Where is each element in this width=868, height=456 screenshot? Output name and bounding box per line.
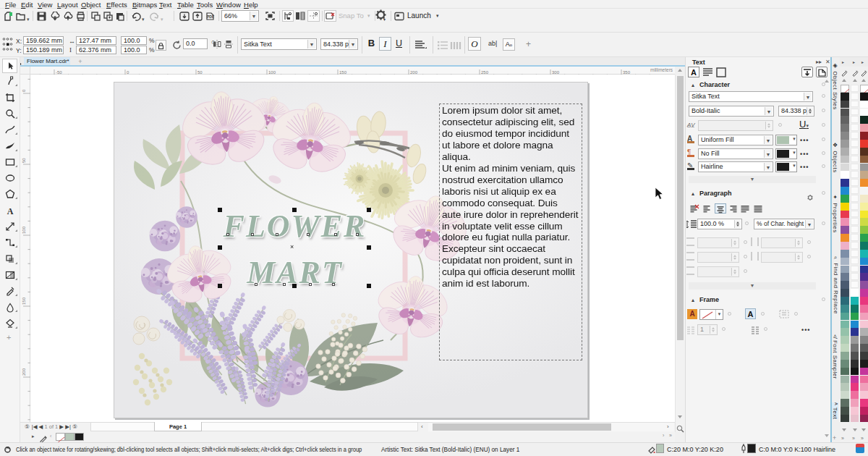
svg-text:100: 100	[22, 226, 26, 234]
svg-text:200: 200	[22, 368, 26, 376]
svg-text:150: 150	[22, 297, 26, 305]
svg-text:50: 50	[22, 158, 26, 163]
svg-text:0: 0	[22, 89, 26, 92]
svg-text:PDF: PDF	[207, 14, 214, 19]
svg-text:▾: ▾	[383, 17, 386, 22]
